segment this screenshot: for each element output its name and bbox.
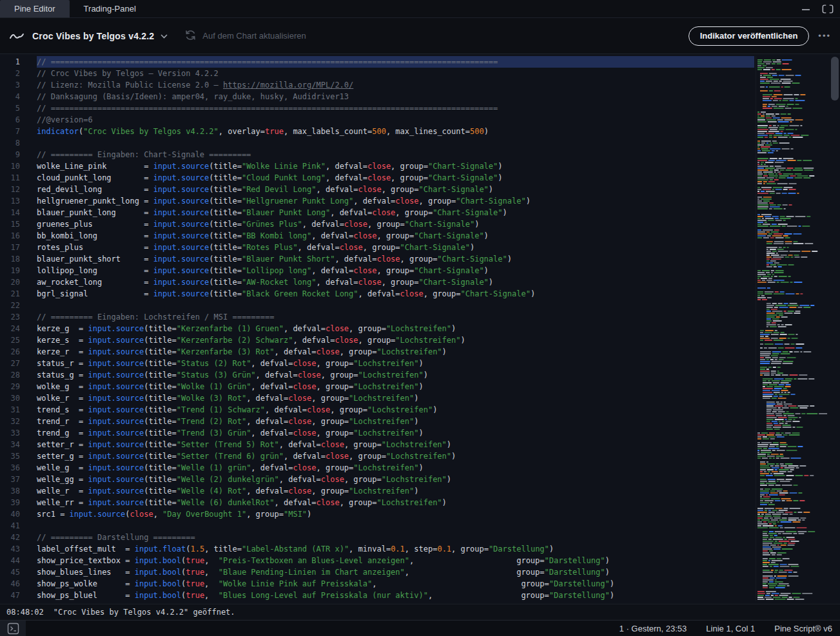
line-number: 18 — [0, 253, 20, 265]
line-number: 41 — [0, 520, 20, 532]
chevron-down-icon[interactable] — [161, 34, 168, 39]
code-line[interactable]: 24kerze_g = input.source(title="Kerzenfa… — [0, 323, 754, 334]
line-number: 47 — [0, 590, 20, 601]
code-line[interactable]: 33trend_g = input.source(title="Trend (3… — [0, 427, 754, 439]
editor-toolbar: Croc Vibes by Telgos v4.2.2 Auf dem Char… — [0, 17, 840, 54]
scrollbar[interactable] — [830, 54, 840, 604]
code-line[interactable]: 3// Lizenz: Mozilla Public License 2.0 –… — [0, 79, 754, 91]
line-number: 3 — [0, 79, 20, 91]
line-number: 39 — [0, 497, 20, 508]
code-line[interactable]: 18blauer_punkt_short = input.source(titl… — [0, 253, 754, 265]
tab-trading-panel-label: Trading-Panel — [84, 4, 136, 14]
line-number: 34 — [0, 439, 20, 450]
code-line[interactable]: 25kerze_s = input.source(title="Kerzenfa… — [0, 334, 754, 346]
refresh-icon — [184, 29, 197, 43]
minimap[interactable] — [756, 56, 828, 601]
line-number: 33 — [0, 427, 20, 439]
line-number: 31 — [0, 404, 20, 416]
code-line[interactable]: 29wolke_g = input.source(title="Wolke (1… — [0, 381, 754, 392]
line-number: 8 — [0, 137, 20, 149]
code-line[interactable]: 16bb_kombi_long = input.source(title="BB… — [0, 230, 754, 242]
pine-editor-window: Pine Editor Trading-Panel Croc Vibes by … — [0, 0, 840, 636]
code-line[interactable]: 6//@version=6 — [0, 114, 754, 126]
script-series-icon — [9, 31, 24, 41]
line-number: 14 — [0, 207, 20, 218]
code-line[interactable]: 5// ====================================… — [0, 102, 754, 114]
code-line[interactable]: 15gruenes_plus = input.source(title="Grü… — [0, 218, 754, 230]
code-line[interactable]: 30wolke_r = input.source(title="Wolke (3… — [0, 392, 754, 404]
code-line[interactable]: 31trend_s = input.source(title="Trend (1… — [0, 404, 754, 416]
maximize-panel-icon[interactable] — [822, 3, 834, 15]
scrollbar-thumb[interactable] — [831, 57, 839, 101]
code-line[interactable]: 37welle_gg = input.source(title="Welle (… — [0, 474, 754, 485]
code-line[interactable]: 11cloud_punkt_long = input.source(title=… — [0, 172, 754, 184]
line-number: 4 — [0, 91, 20, 102]
line-number: 25 — [0, 334, 20, 346]
tab-pine-editor[interactable]: Pine Editor — [0, 0, 70, 17]
line-number: 24 — [0, 323, 20, 334]
code-line[interactable]: 44show_price_textbox = input.bool(true, … — [0, 555, 754, 566]
code-line[interactable]: 20aw_rocket_long = input.source(title="A… — [0, 276, 754, 288]
code-line[interactable]: 38welle_r = input.source(title="Welle (4… — [0, 485, 754, 497]
tab-trading-panel[interactable]: Trading-Panel — [70, 0, 150, 17]
line-number: 12 — [0, 184, 20, 195]
minimize-icon[interactable] — [800, 3, 812, 15]
version-history[interactable]: 1 · Gestern, 23:53 — [620, 624, 687, 633]
code-line[interactable]: 41 — [0, 520, 754, 532]
line-number: 42 — [0, 532, 20, 543]
line-number: 21 — [0, 288, 20, 300]
code-line[interactable]: 45show_blues_lines = input.bool(true, "B… — [0, 566, 754, 578]
code-line[interactable]: 35setter_g = input.source(title="Setter … — [0, 450, 754, 462]
line-number: 7 — [0, 126, 20, 137]
code-line[interactable]: 21bgrl_signal = input.source(title="Blac… — [0, 288, 754, 300]
code-line[interactable]: 46show_ps_wolke = input.bool(true, "Wolk… — [0, 578, 754, 590]
code-line[interactable]: 12red_devil_long = input.source(title="R… — [0, 184, 754, 195]
code-line[interactable]: 10wolke_Line_pink = input.source(title="… — [0, 160, 754, 172]
console-bar: 08:48:02 "Croc Vibes by Telgos v4.2.2" g… — [0, 604, 840, 620]
tab-pine-editor-label: Pine Editor — [14, 4, 55, 14]
line-number: 2 — [0, 68, 20, 79]
code-line[interactable]: 13hellgruener_punkt_long = input.source(… — [0, 195, 754, 207]
publish-indicator-button[interactable]: Indikator veröffentlichen — [689, 26, 810, 46]
code-line[interactable]: 17rotes_plus = input.source(title="Rotes… — [0, 242, 754, 253]
code-line[interactable]: 36welle_g = input.source(title="Welle (1… — [0, 462, 754, 474]
line-number: 6 — [0, 114, 20, 126]
line-number: 23 — [0, 311, 20, 323]
code-line[interactable]: 7indicator("Croc Vibes by Telgos v4.2.2"… — [0, 126, 754, 137]
line-number: 46 — [0, 578, 20, 590]
code-line[interactable]: 22 — [0, 300, 754, 311]
code-line[interactable]: 1// ====================================… — [0, 56, 754, 68]
code-line[interactable]: 9// ========= Eingaben: Chart-Signale ==… — [0, 149, 754, 160]
terminal-icon — [7, 622, 19, 635]
code-line[interactable]: 23// ========= Eingaben: Lochstreifen / … — [0, 311, 754, 323]
code-line[interactable]: 27status_r = input.source(title="Status … — [0, 358, 754, 369]
line-number: 20 — [0, 276, 20, 288]
code-line[interactable]: 32trend_r = input.source(title="Trend (2… — [0, 416, 754, 427]
code-line[interactable]: 43label_offset_mult = input.float(1.5, t… — [0, 543, 754, 555]
code-line[interactable]: 4// Danksagung (Basis/Ideen): amper04, r… — [0, 91, 754, 102]
code-editor: 1// ====================================… — [0, 54, 840, 604]
code-line[interactable]: 47show_ps_bluel = input.bool(true, "Blue… — [0, 590, 754, 601]
code-line[interactable]: 8 — [0, 137, 754, 149]
code-lines: 1// ====================================… — [0, 56, 754, 601]
code-line[interactable]: 34setter_r = input.source(title="Setter … — [0, 439, 754, 450]
code-line[interactable]: 14blauer_punkt_long = input.source(title… — [0, 207, 754, 218]
line-number: 1 — [0, 56, 20, 68]
code-line[interactable]: 2// Croc Vibes by Telgos – Version 4.2.2 — [0, 68, 754, 79]
code-line[interactable]: 26kerze_r = input.source(title="Kerzenfa… — [0, 346, 754, 358]
code-line[interactable]: 28status_g = input.source(title="Status … — [0, 369, 754, 381]
code-line[interactable]: 40src1 = input.source(close, "Day OverBo… — [0, 508, 754, 520]
update-on-chart-button[interactable]: Auf dem Chart aktualisieren — [184, 29, 306, 43]
tab-bar: Pine Editor Trading-Panel — [0, 0, 840, 17]
more-options-icon[interactable]: ••• — [818, 31, 831, 41]
code-line[interactable]: 19lollipop_long = input.source(title="Lo… — [0, 265, 754, 276]
cursor-position[interactable]: Linie 1, Col 1 — [706, 624, 755, 633]
console-timestamp: 08:48:02 — [6, 608, 44, 617]
code-line[interactable]: 39welle_rr = input.source(title="Welle (… — [0, 497, 754, 508]
line-number: 45 — [0, 566, 20, 578]
script-title[interactable]: Croc Vibes by Telgos v4.2.2 — [32, 31, 154, 41]
line-number: 40 — [0, 508, 20, 520]
console-toggle-button[interactable] — [0, 621, 26, 636]
pine-version[interactable]: Pine Script® v6 — [774, 624, 832, 633]
code-line[interactable]: 42// ========= Darstellung ========= — [0, 532, 754, 543]
